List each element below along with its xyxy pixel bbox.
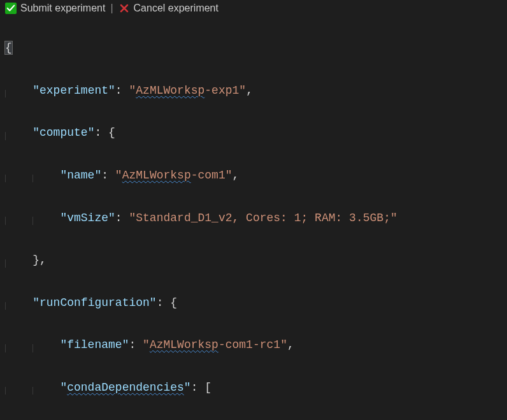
divider: | <box>110 3 113 14</box>
key-filename: filename <box>67 338 122 351</box>
cancel-experiment-link[interactable]: Cancel experiment <box>118 3 218 14</box>
submit-label: Submit experiment <box>20 3 105 14</box>
key-compute: compute <box>39 126 88 139</box>
val-compute-name-suffix: -com1 <box>191 169 225 182</box>
key-vmsize: vmSize <box>67 212 108 224</box>
brace-open: { <box>5 41 12 54</box>
key-runconfig: runConfiguration <box>39 296 150 309</box>
val-filename-suffix: -com1-rc1 <box>218 338 280 351</box>
check-icon <box>5 3 17 14</box>
codelens-bar-top: Submit experiment | Cancel experiment <box>0 0 507 17</box>
val-experiment-squiggle: AzMLWorksp <box>136 84 204 97</box>
cancel-label: Cancel experiment <box>134 3 218 14</box>
cross-icon <box>118 3 130 14</box>
json-editor[interactable]: { "experiment": "AzMLWorksp-exp1", "comp… <box>0 17 507 420</box>
val-compute-name-squiggle: AzMLWorksp <box>122 169 191 182</box>
key-name: name <box>67 169 94 182</box>
val-experiment-suffix: -exp1 <box>204 84 239 97</box>
val-filename-squiggle: AzMLWorksp <box>150 338 218 351</box>
submit-experiment-link[interactable]: Submit experiment <box>5 3 105 14</box>
key-condadeps: condaDependencies <box>67 381 184 394</box>
val-vmsize: Standard_D1_v2, Cores: 1; RAM: 3.5GB; <box>136 212 390 224</box>
key-experiment: experiment <box>39 84 108 97</box>
